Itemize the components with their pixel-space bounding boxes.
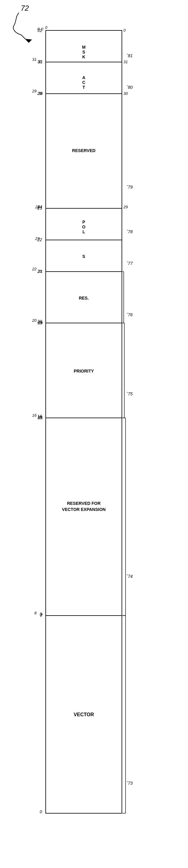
bit31-right: 31: [124, 60, 128, 64]
bit30-right: 30: [124, 91, 128, 96]
field-res-label: RES.: [79, 296, 89, 301]
bit-0-annotation: 0: [45, 25, 48, 30]
field-pol-label3: L: [83, 229, 85, 234]
diagram-container: 72 M S K: [0, 0, 188, 868]
register-group: M S K 31 ˇ81 A C T 30 ˇ80 RESERVED 29 24: [37, 27, 133, 814]
lbl-20: 20: [32, 318, 37, 323]
ref-72-label: 72: [21, 4, 29, 12]
field-act-label2: C: [82, 80, 85, 85]
field-msk-label3: K: [82, 55, 85, 59]
lbl-29: 29: [32, 89, 36, 93]
ref-73-label: ˇ73: [127, 781, 133, 785]
field-pol-label: P: [82, 220, 85, 224]
ref-77-label: ˇ77: [127, 261, 133, 266]
svg-line-0: [21, 35, 29, 42]
bit0-label: 0: [39, 809, 42, 814]
ref-74-label: ˇ74: [127, 574, 133, 579]
lbl-15: 15: [38, 415, 43, 420]
lbl-31b: 31: [38, 60, 43, 64]
field-reserved-vector-label1: RESERVED FOR: [67, 501, 101, 506]
lbl-8: 8: [34, 611, 37, 615]
field-act-label3: T: [83, 85, 85, 90]
lbl-31: 31: [32, 57, 36, 62]
lbl-22: 22: [32, 267, 37, 271]
lbl-21: 21: [38, 269, 43, 274]
field-msk-label2: S: [82, 50, 85, 55]
ref-81-label: ˇ81: [127, 53, 133, 58]
lbl-0-top: 0: [41, 27, 44, 31]
field-pol-label2: O: [82, 224, 86, 229]
ref-78-label: ˇ78: [127, 229, 133, 234]
field-priority-label: PRIORITY: [74, 369, 94, 373]
lbl-19: 19: [38, 320, 43, 325]
lbl-23: 23: [35, 236, 40, 241]
field-s-label: S: [82, 254, 85, 259]
bit-top-right: 0: [124, 28, 126, 33]
ref-79-label: ˇ79: [127, 185, 133, 189]
ref-75-label: ˇ75: [127, 392, 133, 396]
lbl-30: 30: [38, 91, 43, 96]
field-reserved-vector: [46, 418, 122, 616]
lbl-16: 16: [32, 413, 37, 417]
field-act-label: A: [82, 75, 85, 80]
ref-80-label: ˇ80: [127, 85, 133, 90]
lbl-24: 24: [35, 205, 39, 209]
field-reserved-label: RESERVED: [72, 148, 96, 153]
top-bit-0: 0: [37, 27, 40, 31]
register-diagram-svg: 72 M S K: [0, 0, 188, 868]
field-reserved-vector-label2: VECTOR EXPANSION: [62, 507, 105, 512]
field-vector-label: VECTOR: [74, 712, 94, 717]
lbl-7: 7: [41, 613, 43, 618]
ref-76-label: ˇ76: [127, 312, 133, 317]
field-msk-label: M: [82, 45, 86, 50]
bit29-right: 29: [123, 205, 128, 209]
